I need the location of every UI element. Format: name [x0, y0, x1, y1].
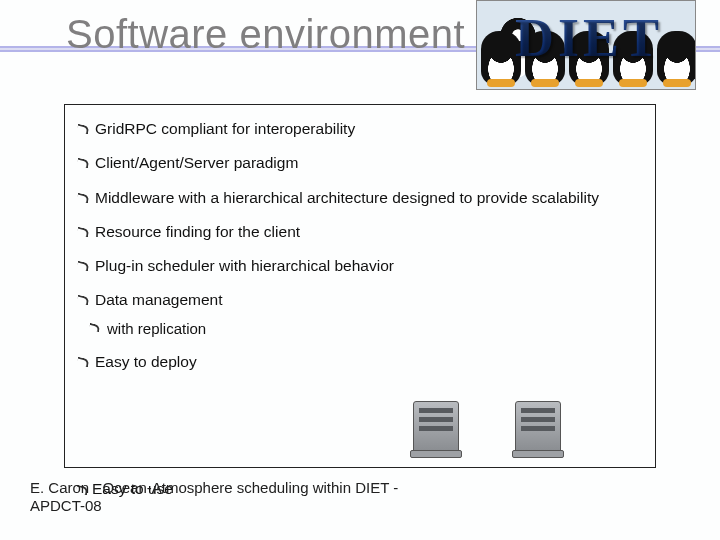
list-item: GridRPC compliant for interoperability [67, 115, 653, 143]
list-item: Plug-in scheduler with hierarchical beha… [67, 252, 653, 280]
content-box: GridRPC compliant for interoperability C… [64, 104, 656, 468]
list-item: Data management [67, 286, 653, 314]
footer-text: E. Caron - Ocean-Atmosphere scheduling w… [30, 479, 398, 517]
sub-bullet-list: with replication [67, 315, 653, 343]
list-item: Client/Agent/Server paradigm [67, 149, 653, 177]
server-icon [413, 401, 459, 453]
diet-logo: DIET [476, 0, 696, 90]
server-icon [515, 401, 561, 453]
footer-line-1: E. Caron - Ocean-Atmosphere scheduling w… [30, 479, 398, 496]
footer-line-2: APDCT-08 [30, 497, 102, 514]
list-item: Easy to deploy [67, 348, 653, 376]
bullet-list: GridRPC compliant for interoperability C… [67, 115, 653, 377]
list-item: Middleware with a hierarchical architect… [67, 184, 653, 212]
server-icons [413, 401, 561, 453]
logo-text: DIET [515, 7, 663, 69]
list-item: with replication [67, 315, 653, 343]
list-item: Resource finding for the client [67, 218, 653, 246]
slide-title: Software environment [66, 12, 465, 57]
